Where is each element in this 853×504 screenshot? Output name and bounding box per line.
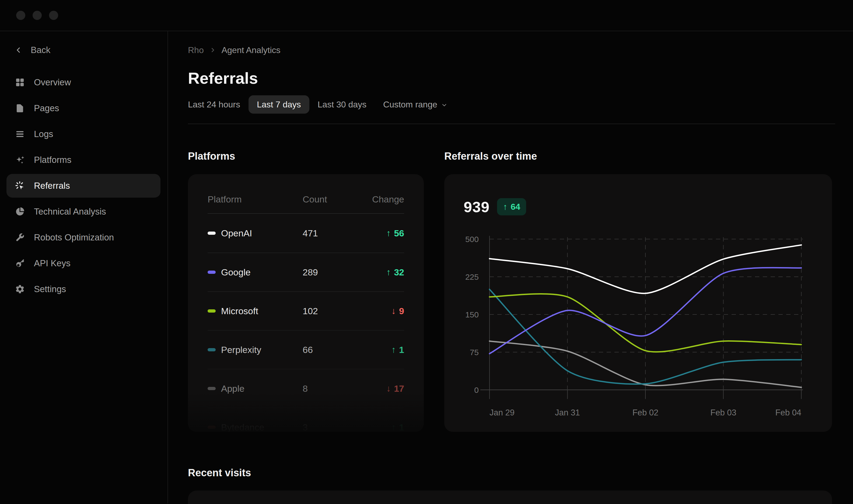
platform-name: Microsoft <box>221 306 258 316</box>
window-control-dot[interactable] <box>16 11 25 20</box>
grid-icon <box>15 77 25 88</box>
sidebar-item-platforms[interactable]: Platforms <box>6 148 161 172</box>
platform-color-pill-icon <box>207 387 216 390</box>
wrench-icon <box>15 232 25 243</box>
table-row[interactable]: Google289↑32 <box>207 253 404 291</box>
platform-count: 8 <box>303 383 345 394</box>
chart-stat-row: 939 ↑ 64 <box>464 198 832 216</box>
table-row[interactable]: Perplexity66↑1 <box>207 330 404 369</box>
sidebar-item-label: Settings <box>34 284 66 294</box>
platform-name: Perplexity <box>221 345 261 355</box>
arrow-up-icon: ↑ <box>503 202 507 212</box>
sidebar: Back Overview Pages Logs <box>0 31 168 503</box>
platform-name-cell: Microsoft <box>207 306 303 316</box>
change-value: 1 <box>399 422 404 432</box>
platforms-table-body: OpenAI471↑56Google289↑32Microsoft102↓9Pe… <box>207 214 404 432</box>
platform-color-pill-icon <box>207 426 216 429</box>
arrow-up-icon: ↑ <box>392 345 396 355</box>
platform-count: 66 <box>303 345 345 355</box>
tab-last-24-hours[interactable]: Last 24 hours <box>180 95 249 114</box>
platform-count: 102 <box>303 306 345 316</box>
platform-change: ↓17 <box>345 383 404 394</box>
sidebar-item-overview[interactable]: Overview <box>6 71 161 94</box>
platforms-table-header: Platform Count Change <box>207 174 404 214</box>
column-header-change: Change <box>345 194 404 204</box>
platform-change: ↓9 <box>345 306 404 316</box>
back-label: Back <box>31 45 50 55</box>
column-header-platform: Platform <box>207 194 303 204</box>
main-content: Rho Agent Analytics Referrals Last 24 ho… <box>168 31 853 503</box>
sidebar-item-api-keys[interactable]: API Keys <box>6 251 161 275</box>
platform-color-pill-icon <box>207 309 216 312</box>
total-referrals-value: 939 <box>464 198 490 216</box>
svg-text:75: 75 <box>470 348 479 357</box>
change-value: 56 <box>394 228 404 238</box>
platform-name: OpenAI <box>221 228 252 238</box>
sidebar-item-pages[interactable]: Pages <box>6 96 161 120</box>
platform-color-pill-icon <box>207 232 216 235</box>
sidebar-item-label: Referrals <box>34 181 70 191</box>
platform-count: 3 <box>303 422 345 432</box>
platform-change: ↑56 <box>345 228 404 238</box>
key-icon <box>15 258 25 269</box>
change-value: 1 <box>399 345 404 355</box>
sidebar-item-label: Platforms <box>34 155 71 165</box>
platform-name-cell: Google <box>207 267 303 277</box>
breadcrumb-parent[interactable]: Rho <box>188 45 204 55</box>
window-titlebar <box>0 0 853 31</box>
svg-text:Feb 03: Feb 03 <box>710 408 737 417</box>
chevron-left-icon <box>15 46 23 54</box>
back-button[interactable]: Back <box>6 42 161 58</box>
referrals-over-time-section: Referrals over time 939 ↑ 64 07515022550… <box>444 150 832 432</box>
header-divider <box>188 124 835 124</box>
platforms-heading: Platforms <box>188 150 424 162</box>
svg-text:Feb 02: Feb 02 <box>633 408 659 417</box>
page-title: Referrals <box>188 70 853 87</box>
tab-last-30-days[interactable]: Last 30 days <box>309 95 375 114</box>
pie-chart-icon <box>15 206 25 217</box>
platform-color-pill-icon <box>207 348 216 352</box>
platform-count: 289 <box>303 267 345 277</box>
breadcrumb-current[interactable]: Agent Analytics <box>222 45 280 55</box>
custom-range-dropdown[interactable]: Custom range <box>375 95 456 114</box>
gear-icon <box>15 284 25 294</box>
platform-name: Apple <box>221 383 244 394</box>
table-row[interactable]: Microsoft102↓9 <box>207 291 404 330</box>
sidebar-item-label: Technical Analysis <box>34 206 106 217</box>
change-value: 9 <box>399 306 404 316</box>
platform-change: ↑32 <box>345 267 404 277</box>
table-row[interactable]: Bytedance3↑1 <box>207 408 404 432</box>
table-row[interactable]: OpenAI471↑56 <box>207 214 404 253</box>
platform-name-cell: Apple <box>207 383 303 394</box>
sidebar-item-robots-optimization[interactable]: Robots Optimization <box>6 226 161 249</box>
platforms-card: Platform Count Change OpenAI471↑56Google… <box>188 174 424 432</box>
svg-text:0: 0 <box>474 385 479 394</box>
svg-text:Jan 31: Jan 31 <box>555 408 580 417</box>
file-icon <box>15 103 25 114</box>
platform-change: ↑1 <box>345 422 404 432</box>
chevron-down-icon <box>441 102 448 108</box>
arrow-up-icon: ↑ <box>386 267 391 277</box>
sidebar-item-referrals[interactable]: Referrals <box>6 174 161 198</box>
recent-visits-card <box>188 490 832 504</box>
sidebar-item-settings[interactable]: Settings <box>6 277 161 301</box>
breadcrumb: Rho Agent Analytics <box>188 45 853 55</box>
sidebar-item-technical-analysis[interactable]: Technical Analysis <box>6 200 161 223</box>
referrals-over-time-heading: Referrals over time <box>444 150 832 162</box>
tab-last-7-days[interactable]: Last 7 days <box>249 95 309 114</box>
sidebar-item-logs[interactable]: Logs <box>6 122 161 146</box>
table-row[interactable]: Apple8↓17 <box>207 369 404 408</box>
arrow-down-icon: ↓ <box>392 306 396 316</box>
sidebar-item-label: Pages <box>34 103 59 113</box>
svg-text:150: 150 <box>465 310 479 319</box>
svg-text:225: 225 <box>465 272 479 281</box>
sidebar-item-label: API Keys <box>34 258 71 268</box>
window-control-dot[interactable] <box>33 11 42 20</box>
arrow-up-icon: ↑ <box>392 422 396 432</box>
recent-visits-heading: Recent visits <box>188 467 853 479</box>
arrow-up-icon: ↑ <box>386 228 391 238</box>
change-value: 32 <box>394 267 404 277</box>
window-control-dot[interactable] <box>49 11 58 20</box>
platform-change: ↑1 <box>345 345 404 355</box>
platform-name-cell: Bytedance <box>207 422 303 432</box>
